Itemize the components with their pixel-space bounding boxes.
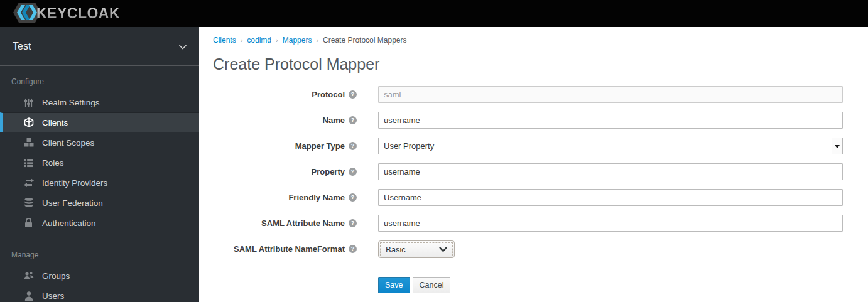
sidebar-section-configure: Configure (0, 66, 199, 92)
chevron-down-icon (439, 247, 447, 252)
breadcrumb-current: Create Protocol Mappers (323, 36, 406, 45)
sidebar-item-label: Client Scopes (42, 138, 94, 148)
property-input[interactable] (378, 163, 843, 180)
form-row-protocol: Protocol ? (213, 86, 855, 103)
select-arrow-icon (832, 138, 842, 154)
sliders-icon (23, 97, 34, 108)
protocol-label: Protocol (312, 90, 345, 99)
breadcrumb-separator-icon: › (276, 36, 278, 44)
sidebar-item-label: Roles (42, 158, 64, 168)
name-label: Name (323, 116, 345, 125)
name-input[interactable] (378, 112, 843, 129)
sidebar-item-label: Realm Settings (42, 98, 100, 107)
sidebar-section-manage: Manage (0, 233, 199, 266)
form-row-mapper-type: Mapper Type ? User Property (213, 138, 855, 154)
sidebar-item-roles[interactable]: Roles (0, 153, 199, 173)
sidebar-item-label: Groups (42, 271, 70, 281)
sidebar-item-user-federation[interactable]: User Federation (0, 193, 199, 213)
main-content: Clients › codimd › Mappers › Create Prot… (199, 27, 868, 302)
form-row-name: Name ? (213, 112, 855, 129)
saml-attribute-nameformat-select[interactable]: Basic (378, 240, 455, 258)
keycloak-logo[interactable]: KEYCLOAK (13, 1, 120, 26)
form-row-buttons: Save Cancel (213, 267, 855, 293)
cube-icon (23, 117, 34, 128)
help-icon[interactable]: ? (349, 116, 357, 124)
user-icon (23, 291, 34, 301)
database-icon (23, 198, 34, 208)
sidebar-item-label: Identity Providers (42, 178, 107, 188)
form-row-property: Property ? (213, 163, 855, 180)
chevron-down-icon (179, 41, 187, 52)
cubes-icon (23, 138, 34, 148)
cancel-button[interactable]: Cancel (413, 277, 451, 293)
keycloak-admin-console: KEYCLOAK Test Configure Realm Settings C… (0, 0, 868, 302)
mapper-type-value: User Property (379, 141, 832, 151)
property-label: Property (312, 167, 345, 176)
lock-icon (23, 218, 34, 229)
realm-selector[interactable]: Test (0, 27, 199, 66)
help-icon[interactable]: ? (349, 142, 357, 150)
breadcrumb: Clients › codimd › Mappers › Create Prot… (213, 36, 855, 45)
sidebar-item-groups[interactable]: Groups (0, 266, 199, 286)
form-row-friendly-name: Friendly Name ? (213, 189, 855, 206)
help-icon[interactable]: ? (349, 90, 357, 99)
saml-attribute-name-label: SAML Attribute Name (261, 218, 345, 228)
sidebar-item-clients[interactable]: Clients (0, 112, 199, 132)
help-icon[interactable]: ? (349, 168, 357, 176)
breadcrumb-clients[interactable]: Clients (213, 36, 236, 45)
top-bar: KEYCLOAK (0, 0, 868, 27)
help-icon[interactable]: ? (349, 245, 357, 253)
sidebar-item-realm-settings[interactable]: Realm Settings (0, 92, 199, 112)
mapper-type-label: Mapper Type (295, 141, 345, 151)
group-icon (23, 271, 34, 281)
sidebar-item-label: User Federation (42, 198, 103, 208)
save-button[interactable]: Save (378, 277, 410, 293)
form-row-saml-attribute-nameformat: SAML Attribute NameFormat ? Basic (213, 240, 855, 258)
mapper-type-select[interactable]: User Property (378, 138, 843, 154)
sidebar-item-label: Clients (42, 118, 68, 127)
help-icon[interactable]: ? (349, 193, 357, 202)
saml-attribute-name-input[interactable] (378, 215, 843, 232)
breadcrumb-separator-icon: › (316, 36, 318, 44)
breadcrumb-separator-icon: › (241, 36, 243, 44)
form-row-saml-attribute-name: SAML Attribute Name ? (213, 215, 855, 232)
breadcrumb-mappers[interactable]: Mappers (283, 36, 312, 45)
sidebar-item-users[interactable]: Users (0, 286, 199, 302)
keycloak-logo-text: KEYCLOAK (36, 5, 120, 22)
sidebar: Test Configure Realm Settings Clients Cl… (0, 27, 199, 302)
sidebar-item-authentication[interactable]: Authentication (0, 213, 199, 233)
sidebar-item-label: Authentication (42, 218, 96, 228)
realm-name: Test (13, 41, 31, 52)
sidebar-item-label: Users (42, 291, 64, 301)
sidebar-item-identity-providers[interactable]: Identity Providers (0, 173, 199, 193)
friendly-name-label: Friendly Name (288, 193, 345, 202)
create-protocol-mapper-form: Protocol ? Name ? Mapp (213, 86, 855, 293)
help-icon[interactable]: ? (349, 219, 357, 227)
friendly-name-input[interactable] (378, 189, 843, 206)
exchange-icon (23, 178, 34, 188)
sidebar-item-client-scopes[interactable]: Client Scopes (0, 132, 199, 153)
list-icon (23, 158, 34, 168)
breadcrumb-codimd[interactable]: codimd (247, 36, 271, 45)
page-title: Create Protocol Mapper (213, 55, 855, 73)
saml-attribute-nameformat-label: SAML Attribute NameFormat (234, 244, 345, 254)
protocol-input (378, 86, 843, 103)
nameformat-value: Basic (386, 245, 406, 254)
